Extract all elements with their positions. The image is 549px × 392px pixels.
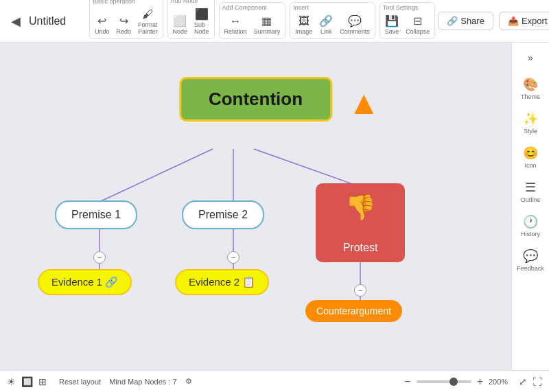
- summary-button[interactable]: ▦ Summary: [252, 13, 283, 36]
- theme-icon: 🎨: [523, 77, 538, 92]
- toolbar-group-add-node: Add Node ⬜ Node ⬛ Sub Node: [167, 0, 215, 39]
- node-evidence2[interactable]: Evidence 2 📋: [175, 269, 269, 295]
- style-icon: ✨: [523, 111, 538, 126]
- relation-icon: ↔: [230, 15, 241, 27]
- node-evidence1[interactable]: Evidence 1 🔗: [38, 269, 132, 295]
- header: ◀ Untitled Basic operation ↩ Undo ↪ Redo…: [0, 0, 549, 43]
- outline-icon: ☰: [525, 180, 536, 195]
- counterargument-label: Counterargument: [316, 305, 391, 316]
- toolbar-tool-settings-items: 💾 Save ⊟ Collapse: [383, 13, 432, 36]
- save-button[interactable]: 💾 Save: [383, 13, 401, 36]
- outline-label: Outline: [521, 196, 541, 203]
- zoom-plus-button[interactable]: +: [477, 376, 483, 388]
- document-title: Untitled: [29, 15, 84, 27]
- thumbs-down-icon: 👎: [345, 193, 376, 222]
- undo-button[interactable]: ↩ Undo: [93, 13, 112, 36]
- sun-icon[interactable]: ☀: [7, 376, 16, 387]
- premise2-collapse[interactable]: −: [227, 251, 240, 264]
- svg-line-0: [100, 149, 213, 202]
- style-label: Style: [524, 128, 537, 135]
- toolbar-group-insert-label: Insert: [293, 4, 309, 11]
- zoom-minus-button[interactable]: −: [404, 376, 410, 388]
- node-counterargument[interactable]: Counterargument: [305, 300, 402, 322]
- undo-icon: ↩: [97, 14, 106, 27]
- toolbar-group-basic: Basic operation ↩ Undo ↪ Redo 🖌 Format P…: [89, 0, 163, 39]
- link-label: Link: [320, 28, 332, 35]
- redo-button[interactable]: ↪ Redo: [115, 13, 134, 36]
- node-premise1[interactable]: Premise 1: [55, 200, 137, 229]
- toolbar-insert-items: 🖼 Image 🔗 Link 💬 Comments: [293, 13, 372, 36]
- sidebar-item-icon[interactable]: 😊 Icon: [514, 141, 547, 173]
- canvas[interactable]: ▲ Contention Premise 1 − Premise 2 − 👎 P…: [0, 43, 511, 370]
- svg-line-2: [254, 149, 360, 187]
- bottom-right-controls: − + 200% ⤢ ⛶: [404, 376, 542, 388]
- evidence1-label: Evidence 1 🔗: [51, 276, 118, 288]
- layout-icon[interactable]: ⊞: [38, 376, 47, 387]
- link-button[interactable]: 🔗 Link: [317, 13, 335, 36]
- node-contention[interactable]: Contention: [179, 77, 332, 122]
- grid-icon[interactable]: 🔲: [21, 376, 33, 387]
- node-button[interactable]: ⬜ Node: [171, 13, 190, 36]
- export-icon: 📤: [508, 16, 519, 26]
- theme-label: Theme: [521, 93, 540, 100]
- evidence2-label: Evidence 2 📋: [189, 276, 255, 288]
- toolbar-group-add-component: Add Component ↔ Relation ▦ Summary: [219, 2, 286, 39]
- undo-label: Undo: [95, 28, 110, 35]
- bottom-icons: ☀ 🔲 ⊞: [7, 376, 47, 387]
- toolbar-add-node-items: ⬜ Node ⬛ Sub Node: [171, 6, 211, 36]
- up-arrow: ▲: [348, 84, 381, 122]
- comments-label: Comments: [340, 28, 370, 35]
- relation-button[interactable]: ↔ Relation: [222, 14, 249, 36]
- collapse-label: Collapse: [406, 28, 430, 35]
- map-status-icon: ⚙: [185, 377, 192, 386]
- format-painter-button[interactable]: 🖌 Format Painter: [136, 7, 160, 36]
- fit-icon[interactable]: ⤢: [519, 376, 527, 387]
- reset-layout-button[interactable]: Reset layout: [59, 378, 101, 386]
- toolbar-group-add-component-label: Add Component: [222, 4, 267, 11]
- comments-icon: 💬: [348, 14, 362, 27]
- history-label: History: [521, 231, 540, 238]
- comments-button[interactable]: 💬 Comments: [338, 13, 372, 36]
- protest-label: Protest: [343, 242, 378, 254]
- sidebar-item-feedback[interactable]: 💬 Feedback: [514, 244, 547, 276]
- collapse-button[interactable]: ⊟ Collapse: [404, 13, 432, 36]
- redo-label: Redo: [117, 28, 132, 35]
- back-button[interactable]: ◀: [5, 11, 26, 32]
- image-label: Image: [295, 28, 312, 35]
- bottom-bar: ☀ 🔲 ⊞ Reset layout Mind Map Nodes : 7 ⚙ …: [0, 370, 549, 392]
- protest-collapse[interactable]: −: [354, 284, 366, 297]
- sidebar-item-outline[interactable]: ☰ Outline: [514, 176, 547, 207]
- toolbar-group-tool-settings: Tool Settings 💾 Save ⊟ Collapse: [379, 2, 436, 39]
- toolbar-basic-items: ↩ Undo ↪ Redo 🖌 Format Painter: [93, 7, 160, 36]
- export-button[interactable]: 📤 Export: [499, 12, 549, 30]
- share-label: Share: [460, 16, 484, 26]
- save-icon: 💾: [385, 14, 399, 27]
- node-icon: ⬜: [173, 14, 187, 27]
- image-icon: 🖼: [299, 15, 309, 27]
- icon-label: Icon: [524, 162, 536, 169]
- premise1-collapse[interactable]: −: [93, 251, 106, 264]
- toolbar-add-component-items: ↔ Relation ▦ Summary: [222, 13, 283, 36]
- format-painter-label: Format Painter: [138, 21, 158, 35]
- sidebar-item-history[interactable]: 🕐 History: [514, 210, 547, 242]
- sidebar-item-theme[interactable]: 🎨 Theme: [514, 73, 547, 104]
- zoom-slider[interactable]: [417, 380, 471, 383]
- collapse-icon: ⊟: [413, 14, 422, 27]
- redo-icon: ↪: [119, 14, 128, 27]
- history-icon: 🕐: [523, 214, 538, 229]
- sidebar-item-style[interactable]: ✨ Style: [514, 107, 547, 139]
- sub-node-button[interactable]: ⬛ Sub Node: [192, 6, 211, 36]
- sidebar-collapse-button[interactable]: »: [521, 48, 540, 67]
- node-protest[interactable]: 👎 Protest: [316, 183, 405, 262]
- summary-label: Summary: [254, 28, 281, 35]
- fullscreen-icon[interactable]: ⛶: [533, 376, 542, 387]
- image-button[interactable]: 🖼 Image: [293, 14, 314, 36]
- share-export-area: 🔗 Share 📤 Export: [438, 12, 549, 30]
- sub-node-icon: ⬛: [195, 8, 209, 21]
- node-premise2[interactable]: Premise 2: [182, 200, 264, 229]
- share-button[interactable]: 🔗 Share: [438, 12, 493, 30]
- summary-icon: ▦: [261, 14, 272, 27]
- contention-label: Contention: [209, 89, 303, 109]
- sub-node-label: Sub Node: [194, 21, 209, 35]
- toolbar: Basic operation ↩ Undo ↪ Redo 🖌 Format P…: [89, 0, 438, 42]
